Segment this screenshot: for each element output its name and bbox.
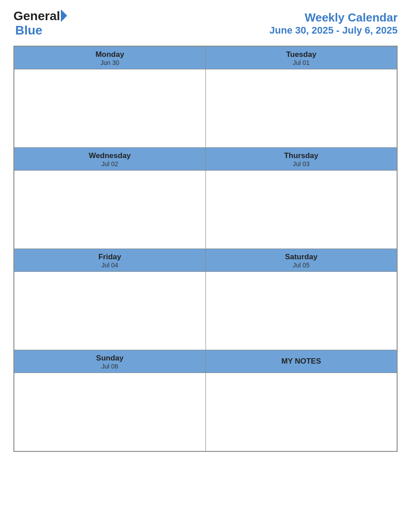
saturday-header: Saturday Jul 05	[206, 249, 397, 272]
calendar-grid: Monday Jun 30 Tuesday Jul 01 Wednesday J…	[13, 46, 398, 452]
friday-name: Friday	[16, 253, 204, 262]
thursday-cell[interactable]	[206, 171, 397, 249]
wednesday-date: Jul 02	[16, 160, 204, 167]
monday-header: Monday Jun 30	[14, 47, 206, 69]
calendar-title: Weekly Calendar	[270, 11, 398, 25]
logo-line1: General	[13, 9, 67, 23]
wednesday-name: Wednesday	[16, 151, 204, 160]
tuesday-cell[interactable]	[206, 69, 397, 148]
calendar-date-range: June 30, 2025 - July 6, 2025	[270, 25, 398, 36]
notes-header: MY NOTES	[206, 350, 397, 373]
thursday-date: Jul 03	[208, 160, 395, 167]
notes-cell[interactable]	[206, 373, 397, 451]
logo-triangle-icon	[61, 9, 67, 22]
saturday-cell[interactable]	[206, 272, 397, 350]
saturday-name: Saturday	[208, 253, 395, 262]
friday-header: Friday Jul 04	[14, 249, 206, 272]
saturday-date: Jul 05	[208, 262, 395, 269]
tuesday-name: Tuesday	[208, 50, 395, 59]
thursday-name: Thursday	[208, 151, 395, 160]
wednesday-cell[interactable]	[14, 171, 206, 249]
calendar-table: Monday Jun 30 Tuesday Jul 01 Wednesday J…	[14, 46, 397, 451]
monday-date: Jun 30	[16, 59, 204, 66]
friday-cell[interactable]	[14, 272, 206, 350]
row-1-header: Monday Jun 30 Tuesday Jul 01	[14, 47, 397, 69]
sunday-cell[interactable]	[14, 373, 206, 451]
logo-blue-text: Blue	[15, 23, 43, 38]
row-1-content	[14, 69, 397, 148]
sunday-header: Sunday Jul 06	[14, 350, 206, 373]
row-3-content	[14, 272, 397, 350]
tuesday-header: Tuesday Jul 01	[206, 47, 397, 69]
row-4-header: Sunday Jul 06 MY NOTES	[14, 350, 397, 373]
row-2-header: Wednesday Jul 02 Thursday Jul 03	[14, 148, 397, 171]
friday-date: Jul 04	[16, 262, 204, 269]
row-3-header: Friday Jul 04 Saturday Jul 05	[14, 249, 397, 272]
tuesday-date: Jul 01	[208, 59, 395, 66]
monday-name: Monday	[16, 50, 204, 59]
wednesday-header: Wednesday Jul 02	[14, 148, 206, 171]
row-2-content	[14, 171, 397, 249]
row-4-content	[14, 373, 397, 451]
thursday-header: Thursday Jul 03	[206, 148, 397, 171]
logo-general-text: General	[13, 9, 60, 23]
notes-title: MY NOTES	[208, 357, 395, 366]
sunday-date: Jul 06	[16, 363, 204, 370]
logo: General Blue	[13, 9, 67, 38]
sunday-name: Sunday	[16, 354, 204, 363]
title-block: Weekly Calendar June 30, 2025 - July 6, …	[270, 11, 398, 36]
page-header: General Blue Weekly Calendar June 30, 20…	[13, 9, 398, 38]
monday-cell[interactable]	[14, 69, 206, 148]
